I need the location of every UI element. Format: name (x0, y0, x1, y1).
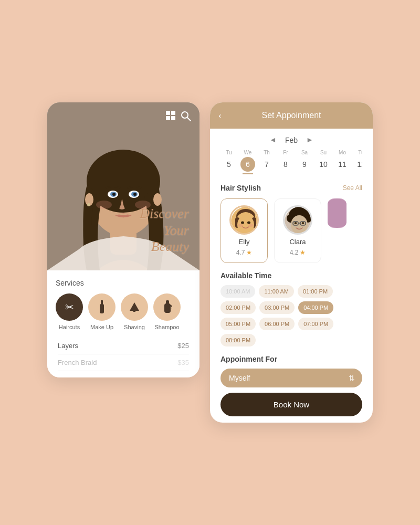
elly-avatar (229, 205, 259, 235)
see-all-stylists[interactable]: See All (343, 184, 362, 192)
shampoo-icon (153, 293, 181, 321)
makeup-icon (88, 293, 116, 321)
services-section: Services ✂ Haircuts Make Up (47, 270, 200, 377)
time-slot-0300pm[interactable]: 03:00 PM (259, 301, 295, 314)
service-shampoo[interactable]: Shampoo (153, 293, 181, 330)
svg-point-44 (295, 208, 303, 216)
svg-point-50 (302, 222, 304, 224)
calendar-section: ◄ Feb ► Tu 5 We 6 Th 7 Fr (210, 129, 373, 178)
svg-point-49 (295, 222, 297, 224)
svg-marker-24 (130, 302, 139, 311)
grid-icon[interactable] (166, 111, 175, 122)
svg-point-37 (248, 224, 254, 227)
clara-rating: 4.2 ★ (290, 249, 306, 256)
svg-line-17 (187, 118, 191, 121)
time-slot-0100pm[interactable]: 01:00 PM (298, 285, 333, 298)
appointment-title: Set Appoinment (262, 111, 321, 120)
haircuts-icon: ✂ (56, 293, 83, 321)
svg-point-14 (153, 193, 162, 206)
elly-name: Elly (239, 238, 250, 246)
time-grid: 10:00 AM 11:00 AM 01:00 PM 02:00 PM 03:0… (220, 285, 362, 346)
svg-rect-21 (171, 116, 175, 120)
selected-day-indicator (243, 173, 253, 174)
day-11[interactable]: Mo 11 (334, 150, 351, 174)
prev-month-button[interactable]: ◄ (269, 136, 277, 144)
svg-point-51 (328, 198, 346, 228)
clara-face (285, 207, 312, 235)
time-slot-1000am[interactable]: 10:00 AM (220, 285, 255, 298)
svg-point-9 (112, 193, 116, 196)
day-8[interactable]: Fr 8 (277, 150, 294, 174)
right-card: ‹ Set Appoinment ◄ Feb ► Tu 5 We 6 (210, 102, 373, 423)
month-label: Feb (285, 136, 298, 144)
services-title: Services (56, 279, 191, 287)
price-item-french-braid[interactable]: French Braid $35 (58, 354, 189, 371)
svg-point-36 (238, 224, 243, 227)
price-item-layers[interactable]: Layers $25 (58, 338, 189, 354)
appointment-for-title: Appoinment For (220, 355, 362, 363)
stylist-header: Hair Stylish See All (220, 184, 362, 192)
appointment-header: ‹ Set Appoinment (210, 102, 373, 129)
search-icon[interactable] (181, 111, 191, 124)
more-stylists-preview[interactable] (328, 198, 346, 228)
appointment-for-select[interactable]: Myself Someone Else (220, 369, 362, 387)
svg-rect-27 (166, 300, 169, 304)
hero-title: Discover Your Beauty (140, 205, 189, 255)
svg-point-34 (241, 222, 244, 224)
book-now-button[interactable]: Book Now (220, 393, 362, 416)
stylist-list: Elly 4.7 ★ (220, 198, 362, 263)
time-section: Available Time 10:00 AM 11:00 AM 01:00 P… (210, 267, 373, 351)
day-10[interactable]: Su 10 (315, 150, 332, 174)
day-6[interactable]: We 6 (239, 150, 256, 174)
elly-star: ★ (246, 249, 252, 256)
price-list: Layers $25 French Braid $35 (56, 338, 191, 371)
time-slot-1100am[interactable]: 11:00 AM (259, 285, 293, 298)
time-slot-0800pm[interactable]: 08:00 PM (220, 334, 256, 346)
svg-point-10 (133, 193, 136, 196)
appointment-for-section: Appoinment For Myself Someone Else Book … (210, 351, 373, 423)
svg-point-11 (96, 201, 112, 209)
app-container: Discover Your Beauty Services ✂ Haircuts (47, 102, 373, 423)
service-shaving[interactable]: Shaving (121, 293, 148, 330)
back-button[interactable]: ‹ (218, 110, 222, 121)
day-7[interactable]: Th 7 (258, 150, 275, 174)
stylist-section-title: Hair Stylish (220, 184, 261, 192)
appointment-for-select-wrapper: Myself Someone Else (220, 369, 362, 387)
svg-point-16 (182, 112, 188, 118)
elly-rating: 4.7 ★ (236, 249, 253, 256)
elly-face (231, 207, 259, 235)
service-makeup[interactable]: Make Up (88, 293, 116, 330)
stylist-clara[interactable]: Clara 4.2 ★ (274, 198, 321, 263)
month-nav: ◄ Feb ► (220, 136, 362, 144)
svg-rect-19 (171, 111, 175, 115)
svg-rect-18 (166, 111, 170, 115)
services-icons: ✂ Haircuts Make Up (56, 293, 191, 330)
svg-point-15 (87, 203, 90, 206)
svg-rect-23 (100, 304, 104, 313)
day-9[interactable]: Sa 9 (296, 150, 313, 174)
svg-point-35 (247, 222, 250, 224)
left-card: Discover Your Beauty Services ✂ Haircuts (47, 102, 200, 377)
stylist-elly[interactable]: Elly 4.7 ★ (220, 198, 268, 263)
clara-star: ★ (300, 249, 306, 256)
day-5[interactable]: Tu 5 (220, 150, 237, 174)
time-slot-0700pm[interactable]: 07:00 PM (298, 318, 333, 330)
clara-avatar (283, 205, 312, 235)
svg-rect-20 (166, 116, 170, 120)
stylist-section: Hair Stylish See All (210, 178, 373, 267)
time-slot-0500pm[interactable]: 05:00 PM (220, 318, 256, 330)
svg-rect-25 (133, 310, 135, 312)
time-slot-0200pm[interactable]: 02:00 PM (220, 301, 256, 314)
next-month-button[interactable]: ► (306, 136, 313, 144)
time-slot-0400pm[interactable]: 04:00 PM (298, 301, 333, 314)
clara-name: Clara (289, 238, 306, 246)
shaving-icon (121, 293, 148, 321)
days-row: Tu 5 We 6 Th 7 Fr 8 Sa 9 (220, 150, 362, 174)
svg-rect-26 (164, 303, 171, 313)
hero-text: Discover Your Beauty (140, 205, 189, 255)
available-time-title: Available Time (220, 271, 362, 280)
day-12[interactable]: Tu 12 (353, 150, 362, 174)
hero-image: Discover Your Beauty (47, 102, 200, 270)
time-slot-0600pm[interactable]: 06:00 PM (259, 318, 295, 330)
service-haircuts[interactable]: ✂ Haircuts (56, 293, 83, 330)
